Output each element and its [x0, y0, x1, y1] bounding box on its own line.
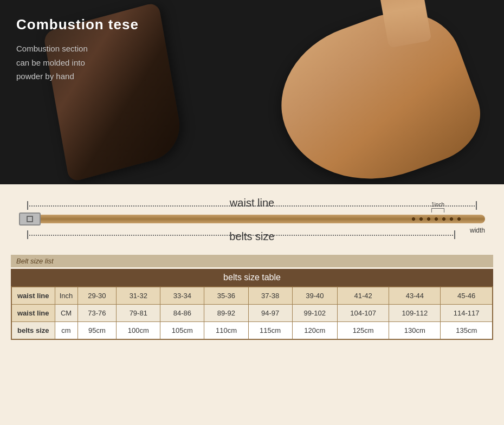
belt-visual: 1inch width [19, 211, 485, 227]
inch-label: 1inch [431, 202, 444, 212]
belt-strap [41, 215, 485, 223]
row-unit: cm [55, 322, 77, 340]
belt-holes [412, 217, 461, 221]
row-label: belts size [11, 322, 55, 340]
row-value: 37-38 [248, 287, 292, 305]
combustion-text-block: Combustion tese Combustion sectioncan be… [16, 16, 139, 83]
combustion-title: Combustion tese [16, 16, 139, 33]
size-chart-section: waist line 1inch [0, 184, 504, 425]
belt-hole [412, 217, 415, 221]
row-value: 33-34 [160, 287, 204, 305]
finger [377, 0, 431, 48]
buckle-inner [27, 216, 33, 222]
row-value: 115cm [248, 322, 292, 340]
row-value: 104-107 [338, 305, 389, 322]
row-value: 95cm [77, 322, 117, 340]
row-value: 125cm [338, 322, 389, 340]
table-row: belts sizecm95cm100cm105cm110cm115cm120c… [11, 322, 493, 340]
row-label: waist line [11, 305, 55, 322]
combustion-section: Combustion tese Combustion sectioncan be… [0, 0, 504, 184]
row-value: 45-46 [441, 287, 493, 305]
row-value: 84-86 [160, 305, 204, 322]
background-content: Combustion tese Combustion sectioncan be… [0, 0, 504, 184]
row-value: 109-112 [389, 305, 441, 322]
row-value: 99-102 [292, 305, 337, 322]
size-table: waist lineInch29-3031-3233-3435-3637-383… [11, 286, 493, 340]
belt-hole [442, 217, 445, 221]
row-unit: CM [55, 305, 77, 322]
hand-illustration [261, 0, 493, 184]
belt-hole [450, 217, 453, 221]
row-value: 110cm [204, 322, 248, 340]
row-value: 94-97 [248, 305, 292, 322]
row-value: 130cm [389, 322, 441, 340]
row-value: 41-42 [338, 287, 389, 305]
belt-hole [457, 217, 461, 221]
table-row: waist lineCM73-7679-8184-8689-9294-9799-… [11, 305, 493, 322]
row-unit: Inch [55, 287, 77, 305]
row-value: 43-44 [389, 287, 441, 305]
row-value: 89-92 [204, 305, 248, 322]
row-label: waist line [11, 287, 55, 305]
width-label: width [470, 227, 485, 234]
row-value: 31-32 [117, 287, 160, 305]
row-value: 100cm [117, 322, 160, 340]
waist-line-label: waist line [230, 197, 274, 209]
size-list-label: Belt size list [11, 255, 493, 267]
row-value: 39-40 [292, 287, 337, 305]
table-row: waist lineInch29-3031-3233-3435-3637-383… [11, 287, 493, 305]
combustion-description: Combustion sectioncan be molded intopowd… [16, 42, 135, 83]
row-value: 35-36 [204, 287, 248, 305]
row-value: 135cm [441, 322, 493, 340]
belt-hole [427, 217, 430, 221]
row-value: 120cm [292, 322, 337, 340]
row-value: 29-30 [77, 287, 117, 305]
row-value: 114-117 [441, 305, 493, 322]
belt-diagram: waist line 1inch [11, 192, 493, 252]
row-value: 105cm [160, 322, 204, 340]
belt-hole [435, 217, 438, 221]
belt-hole [419, 217, 423, 221]
belt-buckle [19, 212, 41, 226]
belts-size-label: belts size [229, 230, 274, 243]
row-value: 73-76 [77, 305, 117, 322]
row-value: 79-81 [117, 305, 160, 322]
table-header: belts size table [11, 269, 493, 286]
